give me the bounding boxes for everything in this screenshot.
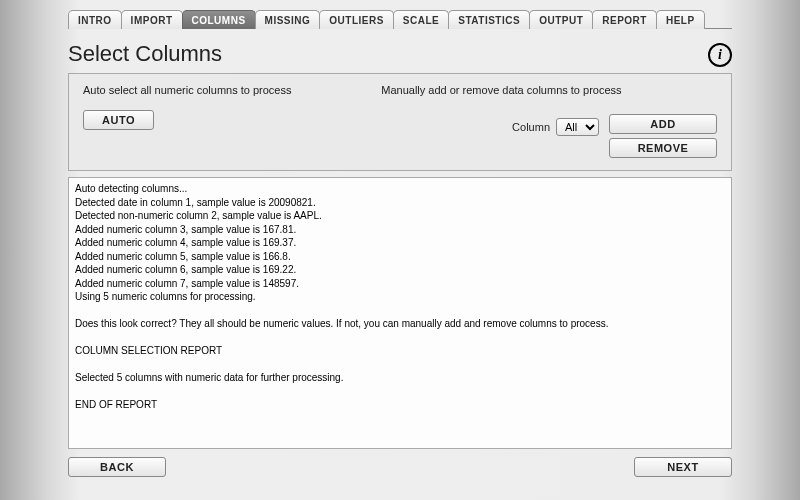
tab-help[interactable]: HELP [656, 10, 705, 29]
tab-intro[interactable]: INTRO [68, 10, 122, 29]
tab-statistics[interactable]: STATISTICS [448, 10, 530, 29]
auto-caption: Auto select all numeric columns to proce… [83, 84, 341, 96]
tab-output[interactable]: OUTPUT [529, 10, 593, 29]
tab-columns[interactable]: COLUMNS [182, 10, 256, 29]
tab-bar: INTROIMPORTCOLUMNSMISSINGOUTLIERSSCALEST… [68, 6, 732, 29]
options-panel: Auto select all numeric columns to proce… [68, 73, 732, 171]
column-label: Column [512, 121, 550, 133]
auto-button[interactable]: AUTO [83, 110, 154, 130]
tab-report[interactable]: REPORT [592, 10, 657, 29]
tab-import[interactable]: IMPORT [121, 10, 183, 29]
info-icon[interactable]: i [708, 43, 732, 67]
log-output: Auto detecting columns... Detected date … [68, 177, 732, 449]
remove-button[interactable]: REMOVE [609, 138, 717, 158]
tab-outliers[interactable]: OUTLIERS [319, 10, 394, 29]
tab-missing[interactable]: MISSING [255, 10, 321, 29]
add-button[interactable]: ADD [609, 114, 717, 134]
column-select[interactable]: All [556, 118, 599, 136]
next-button[interactable]: NEXT [634, 457, 732, 477]
back-button[interactable]: BACK [68, 457, 166, 477]
manual-caption: Manually add or remove data columns to p… [381, 84, 717, 96]
tab-scale[interactable]: SCALE [393, 10, 449, 29]
page-title: Select Columns [68, 41, 222, 67]
